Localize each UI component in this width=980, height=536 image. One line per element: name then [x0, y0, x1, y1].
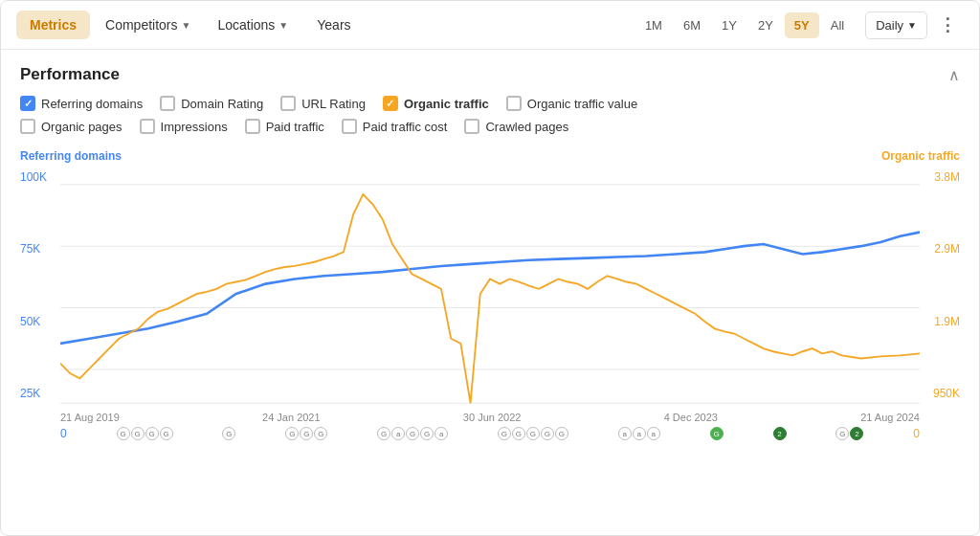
granularity-arrow: ▼: [907, 20, 917, 31]
label-organic-traffic: Organic traffic: [404, 97, 489, 111]
checkbox-crawled-pages[interactable]: [464, 119, 479, 134]
x-date-5: 21 Aug 2024: [860, 412, 920, 423]
tab-competitors[interactable]: Competitors ▼: [94, 11, 202, 39]
time-1y[interactable]: 1Y: [712, 12, 746, 38]
checkbox-organic-traffic[interactable]: [383, 96, 398, 111]
icon-c-3: G: [498, 427, 511, 440]
icon-g-3: G: [145, 427, 159, 440]
time-5y[interactable]: 5Y: [785, 12, 819, 38]
label-domain-rating: Domain Rating: [181, 97, 263, 111]
performance-header: Performance ∧: [20, 65, 960, 84]
icon-group-9: G 2: [835, 427, 863, 440]
left-axis-label: Referring domains: [20, 149, 122, 163]
y-left-50k: 50K: [20, 315, 58, 328]
metric-paid-traffic-cost[interactable]: Paid traffic cost: [342, 119, 448, 134]
label-paid-traffic-cost: Paid traffic cost: [363, 120, 448, 134]
checkbox-organic-traffic-value[interactable]: [506, 96, 522, 111]
chart-axis-labels: Referring domains Organic traffic: [20, 149, 960, 163]
metric-organic-pages[interactable]: Organic pages: [20, 119, 122, 134]
y-left-25k: 25K: [20, 387, 58, 400]
icon-g-7: G: [300, 427, 313, 440]
x-date-4: 4 Dec 2023: [664, 412, 718, 423]
checkbox-referring-domains[interactable]: [20, 96, 35, 111]
metric-url-rating[interactable]: URL Rating: [280, 96, 366, 111]
time-1m[interactable]: 1M: [635, 12, 672, 38]
tab-years[interactable]: Years: [303, 11, 364, 39]
y-right-3-8m: 3.8M: [922, 170, 960, 184]
icon-2-2: 2: [850, 427, 863, 440]
time-period-buttons: 1M 6M 1Y 2Y 5Y All: [635, 12, 854, 38]
label-impressions: Impressions: [161, 120, 228, 134]
y-left-100k: 100K: [20, 170, 58, 184]
icon-g-5: G: [222, 427, 235, 440]
icon-g-9: G: [420, 427, 434, 440]
icon-c-7: G: [555, 427, 568, 440]
metrics-row-2: Organic pages Impressions Paid traffic P…: [20, 119, 960, 134]
y-right-950k: 950K: [922, 387, 960, 400]
collapse-button[interactable]: ∧: [948, 66, 960, 84]
checkbox-domain-rating[interactable]: [160, 96, 175, 111]
y-right-1-9m: 1.9M: [922, 315, 960, 328]
icon-a-2: a: [434, 427, 448, 440]
more-options-button[interactable]: ⋮: [931, 9, 964, 41]
label-paid-traffic: Paid traffic: [266, 120, 324, 134]
competitors-dropdown-arrow: ▼: [182, 20, 191, 31]
icon-2-1: 2: [773, 427, 787, 440]
icon-group-2: G: [222, 427, 235, 440]
icon-group-5: G G G G G: [498, 427, 568, 440]
bottom-icons-row: 0 G G G G G G G G G a G G a G G G G G: [1, 423, 979, 440]
x-date-1: 21 Aug 2019: [60, 412, 120, 423]
icon-g-1: G: [117, 427, 130, 440]
metric-paid-traffic[interactable]: Paid traffic: [245, 119, 324, 134]
icon-g-green-1: G: [710, 427, 724, 440]
checkbox-impressions[interactable]: [140, 119, 155, 134]
performance-title: Performance: [20, 65, 120, 84]
y-axis-right: 3.8M 2.9M 1.9M 950K: [922, 170, 960, 400]
metrics-row-1: Referring domains Domain Rating URL Rati…: [20, 96, 960, 111]
icon-c-4: G: [512, 427, 525, 440]
label-crawled-pages: Crawled pages: [485, 120, 568, 134]
icon-c-1: G: [314, 427, 327, 440]
time-2y[interactable]: 2Y: [748, 12, 783, 38]
checkbox-organic-pages[interactable]: [20, 119, 35, 134]
time-all[interactable]: All: [821, 12, 854, 38]
y-right-2-9m: 2.9M: [922, 242, 960, 256]
tab-metrics[interactable]: Metrics: [16, 11, 90, 39]
metric-crawled-pages[interactable]: Crawled pages: [464, 119, 568, 134]
time-6m[interactable]: 6M: [674, 12, 710, 38]
x-date-3: 30 Jun 2022: [463, 412, 522, 423]
icon-group-4: G a G G a: [377, 427, 448, 440]
checkbox-url-rating[interactable]: [280, 96, 296, 111]
icon-g-6: G: [285, 427, 299, 440]
y-axis-left: 100K 75K 50K 25K: [20, 170, 58, 400]
icon-group-6: a a a: [618, 427, 660, 440]
icon-g-8: G: [377, 427, 390, 440]
icon-g-2: G: [131, 427, 145, 440]
chart-area: 100K 75K 50K 25K 3.8M 2.9M 1.9M 950K: [20, 165, 960, 423]
icon-c-5: G: [526, 427, 540, 440]
metric-referring-domains[interactable]: Referring domains: [20, 96, 143, 111]
metric-domain-rating[interactable]: Domain Rating: [160, 96, 263, 111]
label-organic-pages: Organic pages: [41, 120, 122, 134]
label-url-rating: URL Rating: [301, 97, 366, 111]
toolbar: Metrics Competitors ▼ Locations ▼ Years …: [1, 1, 979, 50]
metric-organic-traffic[interactable]: Organic traffic: [383, 96, 489, 111]
icon-g-4: G: [160, 427, 173, 440]
icon-c-6: G: [541, 427, 554, 440]
icon-a-1: a: [391, 427, 405, 440]
checkbox-paid-traffic-cost[interactable]: [342, 119, 357, 134]
granularity-dropdown[interactable]: Daily ▼: [865, 11, 927, 39]
icon-group-1: G G G G: [117, 427, 173, 440]
tab-locations[interactable]: Locations ▼: [206, 11, 300, 39]
zero-label-left: 0: [60, 427, 67, 440]
checkbox-paid-traffic[interactable]: [245, 119, 260, 134]
y-left-75k: 75K: [20, 242, 58, 256]
x-axis: 21 Aug 2019 24 Jan 2021 30 Jun 2022 4 De…: [60, 412, 920, 423]
icon-group-8: 2: [773, 427, 787, 440]
label-organic-traffic-value: Organic traffic value: [527, 97, 637, 111]
icon-a-5: a: [647, 427, 660, 440]
x-date-2: 24 Jan 2021: [262, 412, 321, 423]
metric-organic-traffic-value[interactable]: Organic traffic value: [506, 96, 637, 111]
metric-impressions[interactable]: Impressions: [140, 119, 228, 134]
chart-svg: [60, 165, 920, 423]
